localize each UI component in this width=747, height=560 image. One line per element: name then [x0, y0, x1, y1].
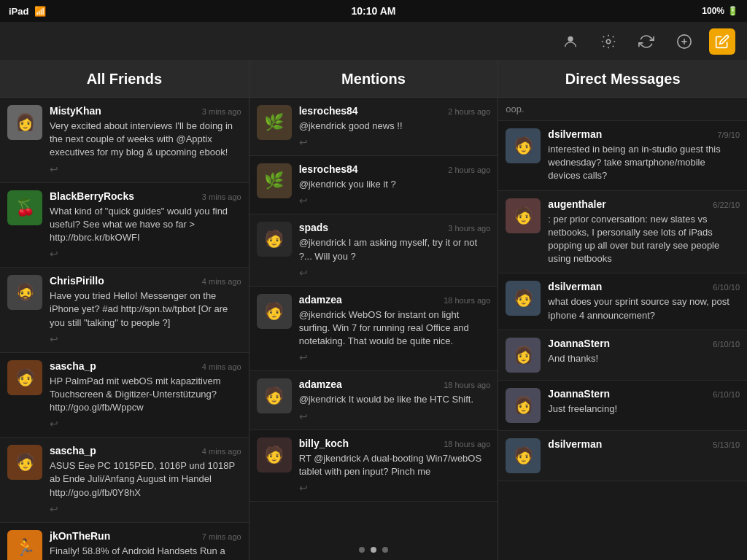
reply-icon[interactable]: ↩: [50, 333, 58, 345]
avatar: 🍒: [7, 190, 42, 225]
dm-username: dsilverman: [548, 281, 602, 292]
mention-item[interactable]: 🌿 lesroches84 2 hours ago @jkendrick you…: [249, 156, 498, 214]
reply-icon[interactable]: ↩: [299, 482, 308, 494]
dm-item[interactable]: 👩 JoannaStern 6/10/10 Just freelancing!: [498, 381, 747, 431]
mention-item[interactable]: 🧑 billy_koch 18 hours ago RT @jkendrick …: [249, 430, 498, 502]
dm-item[interactable]: 🧑 dsilverman 7/9/10 interested in being …: [498, 121, 747, 191]
profile-button[interactable]: [557, 28, 584, 55]
mention-text: @jkendrick It would be like the HTC Shif…: [299, 393, 491, 406]
tweet-username: MistyKhan: [50, 105, 101, 117]
mention-username: adamzea: [299, 378, 342, 390]
tweet-username: jkOnTheRun: [50, 530, 110, 542]
reply-icon[interactable]: ↩: [299, 351, 308, 363]
tweet-item[interactable]: 🍒 BlackBerryRocks 3 mins ago What kind o…: [0, 183, 249, 268]
mention-text: @jkendrick I am asking myself, try it or…: [299, 236, 491, 262]
mentions-feed[interactable]: 🌿 lesroches84 2 hours ago @jkendrick goo…: [249, 98, 498, 560]
tweet-time: 4 mins ago: [202, 362, 241, 371]
reply-icon[interactable]: ↩: [50, 248, 58, 260]
tweet-text: Very excited about interviews I'll be do…: [50, 120, 241, 160]
mention-username: spads: [299, 222, 328, 233]
tweet-item[interactable]: 🧑 sascha_p 4 mins ago HP PalmPad mit web…: [0, 353, 249, 438]
mention-username: billy_koch: [299, 438, 349, 449]
avatar: 🧑: [506, 198, 541, 233]
battery-label: 100%: [702, 6, 724, 16]
tweet-item[interactable]: 🏃 jkOnTheRun 7 mins ago Finally! 58.8% o…: [0, 523, 249, 560]
tweet-item[interactable]: 🧔 ChrisPirillo 4 mins ago Have you tried…: [0, 268, 249, 353]
reply-icon[interactable]: ↩: [50, 503, 58, 515]
reply-icon[interactable]: ↩: [299, 136, 308, 148]
mention-item[interactable]: 🌿 lesroches84 2 hours ago @jkendrick goo…: [249, 98, 498, 156]
dm-text: : per prior conversation: new slates vs …: [548, 213, 740, 266]
avatar: 🧑: [257, 438, 292, 472]
dm-item[interactable]: 🧑 dsilverman 6/10/10 what does your spri…: [498, 273, 747, 330]
compose-button[interactable]: [709, 28, 735, 55]
mention-text: @jkendrick you like it ?: [299, 178, 491, 191]
mention-time: 2 hours ago: [448, 166, 490, 174]
pagination-dot-3[interactable]: [382, 547, 388, 553]
tweet-time: 3 mins ago: [202, 192, 241, 201]
main-content: All Friends 👩 MistyKhan 3 mins ago Very …: [0, 61, 747, 560]
avatar: 👩: [506, 338, 541, 373]
refresh-button[interactable]: [633, 28, 659, 55]
reply-icon[interactable]: ↩: [50, 163, 58, 175]
direct-messages-column: Direct Messages oop. 🧑 dsilverman 7/9/10…: [498, 61, 747, 560]
mention-time: 18 hours ago: [444, 381, 490, 389]
status-right: 100% 🔋: [702, 6, 738, 16]
status-bar: iPad 📶 10:10 AM 100% 🔋: [0, 0, 747, 22]
dm-username: dsilverman: [548, 128, 602, 140]
mention-item[interactable]: 🧑 adamzea 18 hours ago @jkendrick It wou…: [249, 371, 498, 429]
tweet-username: sascha_p: [50, 360, 96, 372]
mention-username: lesroches84: [299, 163, 358, 175]
avatar: 🧑: [7, 360, 42, 395]
avatar: 🧑: [506, 438, 541, 473]
tweet-time: 4 mins ago: [202, 447, 241, 456]
tweet-time: 3 mins ago: [202, 107, 241, 116]
avatar: 🌿: [257, 163, 292, 198]
tweet-username: ChrisPirillo: [50, 275, 104, 287]
wifi-icon: 📶: [34, 6, 46, 17]
avatar: 🧑: [257, 222, 292, 257]
status-time: 10:10 AM: [352, 5, 396, 17]
mention-time: 2 hours ago: [448, 107, 490, 116]
reply-icon[interactable]: ↩: [299, 195, 308, 206]
dm-date: 5/13/10: [713, 440, 740, 449]
device-label: iPad: [9, 6, 28, 17]
dm-text: what does your sprint source say now, po…: [548, 295, 740, 322]
pagination-dot-2[interactable]: [371, 547, 376, 553]
all-friends-column: All Friends 👩 MistyKhan 3 mins ago Very …: [0, 61, 249, 560]
settings-button[interactable]: [595, 28, 622, 55]
dm-date: 6/22/10: [713, 201, 740, 209]
reply-icon[interactable]: ↩: [50, 418, 58, 429]
dm-item[interactable]: 🧑 dsilverman 5/13/10: [498, 431, 747, 481]
dm-item[interactable]: 👩 JoannaStern 6/10/10 And thanks!: [498, 330, 747, 381]
mention-item[interactable]: 🧑 spads 3 hours ago @jkendrick I am aski…: [249, 214, 498, 286]
mention-text: @jkendrick good news !!: [299, 120, 491, 133]
tweet-item[interactable]: 👩 MistyKhan 3 mins ago Very excited abou…: [0, 98, 249, 183]
pagination-dots: [359, 547, 388, 553]
avatar: 🌿: [257, 105, 292, 140]
reply-icon[interactable]: ↩: [299, 411, 308, 422]
mention-time: 18 hours ago: [444, 440, 490, 448]
add-button[interactable]: [671, 28, 697, 55]
tweet-text: ASUS Eee PC 1015PED, 1016P und 1018P ab …: [50, 459, 241, 499]
dm-item[interactable]: 🧑 augenthaler 6/22/10 : per prior conver…: [498, 191, 747, 274]
tweet-username: sascha_p: [50, 445, 96, 456]
reply-icon[interactable]: ↩: [299, 267, 308, 279]
dm-username: JoannaStern: [548, 388, 610, 400]
all-friends-feed[interactable]: 👩 MistyKhan 3 mins ago Very excited abou…: [0, 98, 249, 560]
dm-text: Just freelancing!: [548, 402, 740, 416]
mention-item[interactable]: 🧑 adamzea 18 hours ago @jkendrick WebOS …: [249, 287, 498, 372]
svg-point-1: [606, 39, 611, 44]
direct-messages-header: Direct Messages: [498, 61, 747, 98]
mentions-header: Mentions: [249, 61, 498, 98]
pagination-dot-1[interactable]: [359, 547, 365, 553]
dm-username: augenthaler: [548, 198, 605, 210]
direct-messages-feed[interactable]: oop. 🧑 dsilverman 7/9/10 interested in b…: [498, 98, 747, 560]
toolbar: [0, 22, 747, 61]
avatar: 👩: [7, 105, 42, 140]
mention-time: 18 hours ago: [444, 296, 490, 305]
dm-username: JoannaStern: [548, 338, 610, 349]
avatar: 👩: [506, 388, 541, 423]
tweet-item[interactable]: 🧑 sascha_p 4 mins ago ASUS Eee PC 1015PE…: [0, 438, 249, 523]
mention-time: 3 hours ago: [448, 224, 490, 233]
